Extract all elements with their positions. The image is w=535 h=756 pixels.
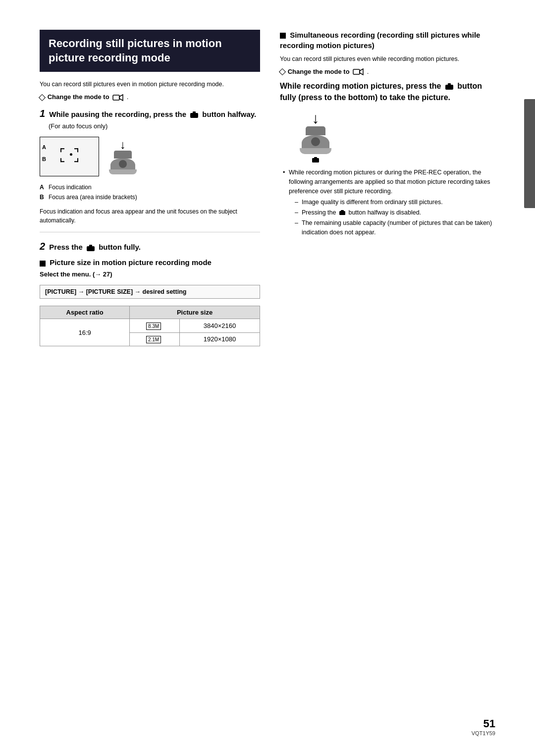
- black-square-icon: [40, 261, 46, 267]
- svg-marker-1: [119, 95, 123, 101]
- sub-bullet-list: Image quality is different from ordinary…: [295, 198, 500, 237]
- table-header-size: Picture size: [130, 306, 260, 319]
- svg-rect-10: [312, 158, 319, 162]
- step2-heading: 2 Press the button fully.: [40, 239, 260, 253]
- legend-b-label: B: [40, 192, 47, 202]
- legend-a-text: Focus indication: [49, 182, 92, 192]
- down-arrow-icon: ↓: [312, 110, 320, 126]
- camera-button-diagram: ↓: [109, 139, 137, 174]
- label-a: A: [42, 144, 46, 150]
- step2-number: 2: [40, 241, 45, 252]
- press-icon: ↓: [300, 110, 331, 163]
- camera-tiny-icon: [339, 210, 346, 216]
- focus-box: A B: [40, 137, 99, 176]
- step1-number: 1: [40, 108, 45, 119]
- video-mode-icon-2: [353, 68, 364, 76]
- size-value-cell-2: 1920×1080: [179, 332, 260, 346]
- camera-btn-icon-3: [445, 83, 454, 90]
- table-header-aspect: Aspect ratio: [40, 306, 130, 319]
- svg-rect-5: [89, 245, 92, 247]
- sub-bullet-1: Image quality is different from ordinary…: [295, 198, 500, 207]
- page-code: VQT1Y59: [472, 730, 495, 736]
- camera-btn-icon: [190, 111, 199, 118]
- select-menu-label: Select the menu. (→ 27): [40, 270, 260, 278]
- page: Recording still pictures in motion pictu…: [0, 0, 535, 756]
- svg-rect-6: [353, 69, 360, 74]
- picture-size-heading: Picture size in motion picture recording…: [40, 257, 260, 268]
- simultaneous-heading: Simultaneous recording (recording still …: [280, 30, 500, 51]
- black-square-icon-2: [280, 33, 286, 39]
- legend-item-a: A Focus indication: [40, 182, 260, 192]
- while-recording-heading: While recording motion pictures, press t…: [280, 81, 500, 103]
- step1-heading: 1 While pausing the recording, press the…: [40, 107, 260, 131]
- legend-item-b: B Focus area (area inside brackets): [40, 192, 260, 202]
- svg-rect-9: [448, 83, 451, 85]
- sub-bullet-2: Pressing the button halfway is disabled.: [295, 208, 500, 217]
- size-value-cell-1: 3840×2160: [179, 319, 260, 332]
- svg-rect-12: [339, 211, 345, 215]
- video-mode-icon: [112, 94, 123, 102]
- legend-b-text: Focus area (area inside brackets): [49, 192, 137, 202]
- page-number-area: 51 VQT1Y59: [472, 717, 495, 736]
- focus-bracket: [60, 148, 78, 162]
- page-number: 51: [472, 717, 495, 730]
- press-arrow-icon: ↓: [120, 139, 126, 151]
- size-badge-cell-2: 2.1M: [130, 332, 180, 346]
- change-mode-left: Change the mode to .: [40, 93, 260, 102]
- svg-rect-4: [87, 246, 95, 251]
- svg-rect-3: [193, 111, 196, 113]
- diamond-icon-2: [279, 68, 286, 75]
- focus-note: Focus indication and focus area appear a…: [40, 207, 260, 225]
- camera-btn-icon-2: [86, 245, 95, 252]
- picture-size-table: Aspect ratio Picture size 16:9 8.3M 3840…: [40, 306, 260, 346]
- legend: A Focus indication B Focus area (area in…: [40, 182, 260, 203]
- focus-diagram: A B ↓: [40, 137, 260, 176]
- right-edge-bar: [524, 99, 535, 208]
- divider-1: [40, 232, 260, 232]
- svg-marker-7: [360, 69, 363, 75]
- legend-a-label: A: [40, 182, 47, 192]
- content-columns: Recording still pictures in motion pictu…: [40, 30, 500, 346]
- svg-rect-2: [190, 113, 198, 118]
- sub-bullet-3: The remaining usable capacity (number of…: [295, 218, 500, 237]
- camera-icon-inline: [188, 110, 202, 118]
- camera-label: [312, 156, 320, 163]
- svg-rect-0: [113, 95, 119, 100]
- bullet-list: While recording motion pictures or durin…: [283, 168, 500, 237]
- size-badge-8m: 8.3M: [146, 323, 161, 330]
- menu-path-box: [PICTURE] → [PICTURE SIZE] → desired set…: [40, 285, 260, 299]
- label-b: B: [42, 156, 46, 162]
- intro-text: You can record still pictures even in mo…: [40, 80, 260, 89]
- aspect-ratio-cell: 16:9: [40, 319, 130, 346]
- change-mode-right: Change the mode to .: [280, 68, 500, 76]
- page-title: Recording still pictures in motion pictu…: [40, 30, 260, 72]
- svg-rect-11: [314, 157, 317, 159]
- camera-small-icon: [312, 157, 320, 163]
- focus-dot: [70, 154, 72, 156]
- diamond-icon: [39, 94, 46, 101]
- simultaneous-intro: You can record still pictures even while…: [280, 54, 500, 64]
- svg-rect-8: [445, 85, 453, 90]
- table-row: 16:9 8.3M 3840×2160: [40, 319, 260, 332]
- size-badge-2m: 2.1M: [146, 336, 161, 343]
- bullet-item-1: While recording motion pictures or durin…: [283, 168, 500, 237]
- size-badge-cell-1: 8.3M: [130, 319, 180, 332]
- right-column: Simultaneous recording (recording still …: [280, 30, 500, 346]
- svg-rect-13: [341, 210, 344, 212]
- camera-press-diagram: ↓: [300, 110, 500, 163]
- left-column: Recording still pictures in motion pictu…: [40, 30, 260, 346]
